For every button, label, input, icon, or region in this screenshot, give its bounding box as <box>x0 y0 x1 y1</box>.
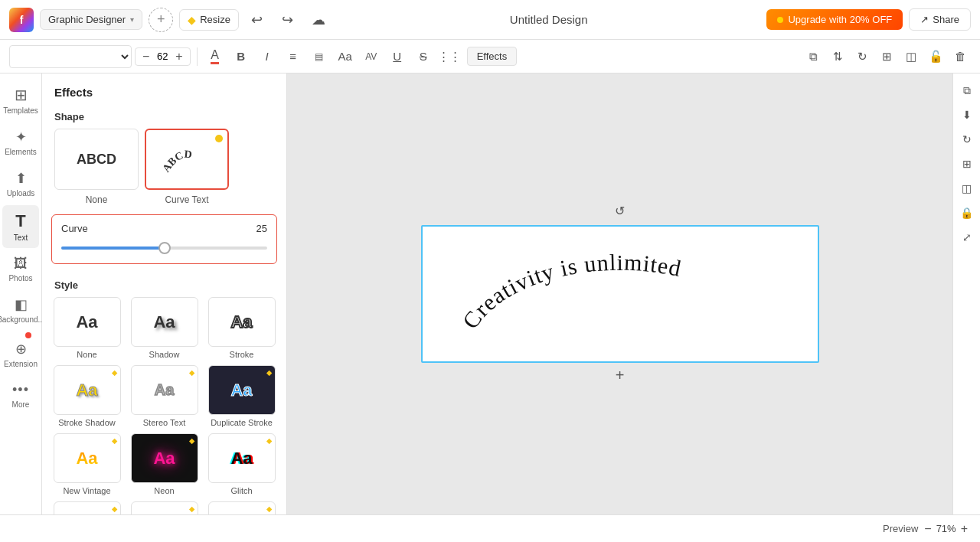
rotate-handle[interactable]: ↺ <box>615 204 625 218</box>
flip-button[interactable]: ⇅ <box>827 46 848 67</box>
shape-curve-item[interactable]: ABCD Curve Text <box>145 129 229 205</box>
rt-refresh-button[interactable]: ↻ <box>956 129 978 150</box>
rt-expand-button[interactable]: ⤢ <box>956 227 978 248</box>
font-size-increase[interactable]: + <box>173 50 185 64</box>
shape-section-label: Shape <box>42 105 286 129</box>
zoom-in-button[interactable]: + <box>961 522 968 536</box>
sidebar-item-templates[interactable]: ⊞ Templates <box>2 80 39 121</box>
style-newvintage-item[interactable]: ◆ Aa New Vintage <box>51 433 122 495</box>
sidebar-item-photos[interactable]: 🖼 Photos <box>2 250 39 289</box>
lock-button[interactable]: 🔓 <box>925 46 946 67</box>
main-area: ⊞ Templates ✦ Elements ⬆ Uploads T Text … <box>0 73 980 514</box>
sidebar-item-background[interactable]: ◧ Background... <box>2 290 39 331</box>
shape-none-item[interactable]: ABCD None <box>54 129 139 205</box>
upgrade-button[interactable]: Upgrade with 20% OFF <box>766 9 903 30</box>
underline-button[interactable]: U <box>386 45 409 68</box>
text-spacing2-button[interactable]: AV <box>360 45 383 68</box>
style-dupstroke-item[interactable]: ◆ Aa Duplicate Stroke <box>206 365 277 427</box>
sidebar-item-label: Text <box>14 233 28 242</box>
style-newvintage-label: New Vintage <box>63 486 110 495</box>
style-shadow-item[interactable]: Aa Shadow <box>129 297 200 359</box>
align-button[interactable]: ⊞ <box>876 46 897 67</box>
rt-lock-button[interactable]: 🔒 <box>956 202 978 224</box>
underline-icon: U <box>393 50 401 63</box>
style-newvintage-box: ◆ Aa <box>54 433 121 483</box>
style-grad1-box: ◆ Aa <box>54 501 121 514</box>
text-color-button[interactable]: A <box>204 45 227 68</box>
style-none-item[interactable]: Aa None <box>51 297 122 359</box>
style-grad2-item[interactable]: ◆ Aa Gradient II <box>129 501 200 514</box>
effects-panel: Effects Shape ABCD None ABCD <box>42 73 287 514</box>
sidebar-item-extension[interactable]: ⊕ Extension <box>2 332 39 374</box>
premium-icon: ◆ <box>266 369 272 377</box>
style-grad2-box: ◆ Aa <box>131 501 198 514</box>
redo-button[interactable]: ↪ <box>276 8 300 32</box>
strikethrough-button[interactable]: S <box>412 45 435 68</box>
sidebar-item-uploads[interactable]: ⬆ Uploads <box>2 164 39 204</box>
more-text-button[interactable]: ⋮⋮ <box>438 45 461 68</box>
add-handle[interactable]: + <box>616 367 625 384</box>
add-design-button[interactable]: + <box>149 8 173 32</box>
align-left-button[interactable]: ≡ <box>282 45 305 68</box>
delete-button[interactable]: 🗑 <box>949 46 971 67</box>
sidebar-item-text[interactable]: T Text <box>2 205 39 248</box>
rt-grid-button[interactable]: ⊞ <box>956 153 978 175</box>
style-stroke-label: Stroke <box>230 350 254 359</box>
sidebar-item-label: Elements <box>5 148 37 156</box>
bold-icon: B <box>237 50 245 63</box>
sidebar-item-label: Uploads <box>7 189 35 198</box>
copy-button[interactable]: ⧉ <box>802 46 824 67</box>
premium-icon: ◆ <box>266 505 272 513</box>
style-section-label: Style <box>42 273 286 297</box>
sidebar-item-elements[interactable]: ✦ Elements <box>2 122 39 162</box>
font-size-decrease[interactable]: − <box>140 50 152 64</box>
shape-none-box: ABCD <box>54 129 139 190</box>
rt-copy-button[interactable]: ⧉ <box>956 80 978 101</box>
layer-button[interactable]: ◫ <box>900 46 922 67</box>
rotate-button[interactable]: ↻ <box>851 46 873 67</box>
effects-panel-button[interactable]: Effects <box>467 47 518 66</box>
sidebar-item-label: Extension <box>4 360 38 368</box>
style-grad1-item[interactable]: ◆ Aa Gradient I <box>51 501 122 514</box>
premium-icon: ◆ <box>112 369 117 377</box>
premium-icon: ◆ <box>189 505 194 513</box>
undo-button[interactable]: ↩ <box>245 8 270 32</box>
rt-layer-button[interactable]: ◫ <box>956 178 978 199</box>
style-none-box: Aa <box>54 297 121 347</box>
style-glitch-item[interactable]: ◆ Aa Glitch <box>206 433 277 495</box>
canvas-wrapper: ↺ Creativity is unlimited + <box>421 225 819 363</box>
nav-sidebar: ⊞ Templates ✦ Elements ⬆ Uploads T Text … <box>0 73 42 514</box>
topbar: f Graphic Designer ▾ + ◆ Resize ↩ ↪ ☁ Un… <box>0 0 980 40</box>
style-neon-item[interactable]: ◆ Aa Neon <box>129 433 200 495</box>
text-icon: T <box>15 211 25 231</box>
resize-button[interactable]: ◆ Resize <box>179 9 239 31</box>
style-shadow-text: Aa <box>153 312 175 332</box>
share-button[interactable]: ↗ Share <box>909 8 971 31</box>
text-spacing-button[interactable]: Aa <box>334 45 357 68</box>
designer-button[interactable]: Graphic Designer ▾ <box>40 9 142 30</box>
curve-slider-wrap <box>61 240 267 256</box>
align-right-button[interactable]: ▤ <box>308 45 331 68</box>
font-select[interactable] <box>9 45 132 68</box>
cloud-save-button[interactable]: ☁ <box>306 8 331 32</box>
style-stereo-item[interactable]: ◆ Aa Stereo Text <box>129 365 200 427</box>
bold-button[interactable]: B <box>230 45 253 68</box>
canvas-card[interactable]: Creativity is unlimited <box>421 225 819 363</box>
sidebar-item-more[interactable]: ••• More <box>2 376 39 415</box>
italic-button[interactable]: I <box>256 45 279 68</box>
toolbar-right: ⧉ ⇅ ↻ ⊞ ◫ 🔓 🗑 <box>802 46 971 67</box>
logo[interactable]: f <box>9 8 34 32</box>
rt-download-button[interactable]: ⬇ <box>956 104 978 126</box>
canvas-area[interactable]: ↺ Creativity is unlimited + <box>287 73 952 514</box>
style-stereo-label: Stereo Text <box>143 418 185 427</box>
style-grad3-item[interactable]: ◆ Aa Gradient III <box>206 501 277 514</box>
zoom-out-button[interactable]: − <box>924 522 931 536</box>
style-stroke-item[interactable]: Aa Stroke <box>206 297 277 359</box>
sidebar-item-label: More <box>12 400 30 409</box>
premium-icon: ◆ <box>266 437 272 445</box>
curve-section: Curve 25 <box>51 214 277 264</box>
italic-icon: I <box>266 50 269 63</box>
preview-button[interactable]: Preview <box>883 523 918 534</box>
style-strokeshadow-item[interactable]: ◆ Aa Stroke Shadow <box>51 365 122 427</box>
shape-grid: ABCD None ABCD Curve Text <box>42 129 286 214</box>
